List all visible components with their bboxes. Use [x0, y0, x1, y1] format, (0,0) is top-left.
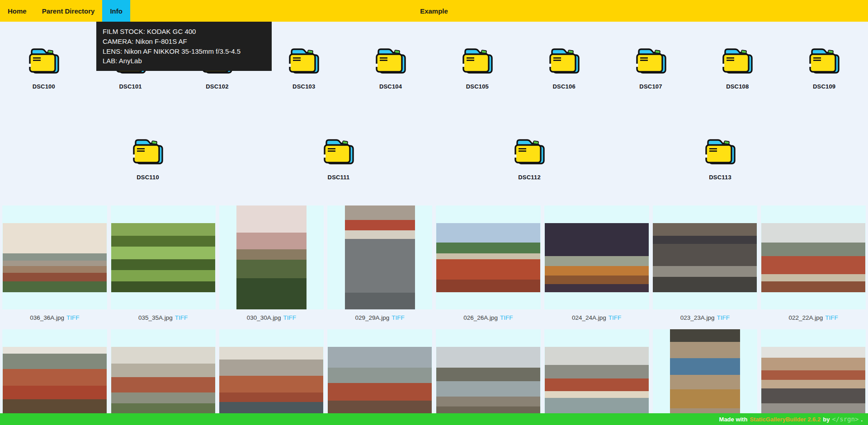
- photo-thumbnail[interactable]: [2, 205, 107, 309]
- photo-image[interactable]: [761, 223, 865, 292]
- folder-item-dsc104[interactable]: DSC104: [348, 22, 434, 112]
- photo-image[interactable]: [236, 205, 307, 309]
- folder-icon: [131, 136, 165, 165]
- folder-icon: [373, 45, 408, 74]
- footer-made-with-text: Made with: [719, 416, 748, 423]
- photo-thumbnail[interactable]: [761, 329, 866, 425]
- nav-item-home[interactable]: Home: [0, 0, 34, 22]
- photo-caption: 030_30A.jpg TIFF: [219, 309, 324, 326]
- folder-label: DSC102: [206, 83, 228, 90]
- folder-label: DSC112: [518, 174, 541, 181]
- photo-tile: [761, 329, 866, 425]
- nav-item-info[interactable]: Info: [102, 0, 130, 22]
- folder-item-dsc106[interactable]: DSC106: [521, 22, 607, 112]
- photo-thumbnail[interactable]: [653, 205, 758, 309]
- photo-image[interactable]: [761, 347, 865, 416]
- footer-builder-link[interactable]: StaticGalleryBuilder 2.6.2: [750, 416, 821, 423]
- photo-image[interactable]: [545, 223, 649, 292]
- photo-image[interactable]: [436, 347, 540, 416]
- photo-tile: [653, 329, 758, 425]
- photo-image[interactable]: [111, 223, 215, 292]
- photo-tile: [111, 329, 216, 425]
- photo-thumbnail[interactable]: [219, 205, 324, 309]
- tiff-link[interactable]: TIFF: [283, 314, 297, 321]
- folder-item-dsc112[interactable]: DSC112: [486, 112, 572, 203]
- photo-thumbnail[interactable]: [436, 205, 541, 309]
- tooltip-line-lens: LENS: Nikon AF NIKKOR 35-135mm f/3.5-4.5: [103, 47, 265, 56]
- nav-menu: Home Parent Directory Info: [0, 0, 130, 22]
- folder-item-dsc107[interactable]: DSC107: [608, 22, 694, 112]
- folder-icon: [321, 136, 356, 165]
- photo-tile: [327, 329, 432, 425]
- photo-image[interactable]: [653, 223, 757, 292]
- photo-caption: 023_23A.jpg TIFF: [653, 309, 758, 326]
- tiff-link[interactable]: TIFF: [66, 314, 80, 321]
- photo-thumbnail[interactable]: [111, 205, 216, 309]
- tooltip-line-film-stock: FILM STOCK: KODAK GC 400: [103, 27, 265, 37]
- folder-item-dsc110[interactable]: DSC110: [105, 112, 191, 203]
- tiff-link[interactable]: TIFF: [717, 314, 730, 321]
- photo-tile: 024_24A.jpg TIFF: [544, 205, 649, 326]
- photo-filename: 022_22A.jpg: [788, 314, 823, 321]
- photo-thumbnail[interactable]: [111, 329, 216, 425]
- page-title: Example: [0, 0, 868, 22]
- photo-caption: 029_29A.jpg TIFF: [327, 309, 432, 326]
- folder-icon: [547, 45, 581, 74]
- tiff-link[interactable]: TIFF: [175, 314, 188, 321]
- info-tooltip: FILM STOCK: KODAK GC 400 CAMERA: Nikon F…: [96, 22, 272, 71]
- photo-image[interactable]: [219, 347, 323, 416]
- footer-by-text: by: [823, 416, 830, 423]
- footer-bar: Made with StaticGalleryBuilder 2.6.2 by …: [0, 413, 868, 425]
- folder-item-dsc108[interactable]: DSC108: [694, 22, 780, 112]
- photo-image[interactable]: [3, 347, 107, 416]
- photo-thumbnail[interactable]: [2, 329, 107, 425]
- photo-thumbnail[interactable]: [436, 329, 541, 425]
- folder-label: DSC109: [813, 83, 835, 90]
- tooltip-line-lab: LAB: AnyLab: [103, 56, 265, 66]
- folder-item-dsc105[interactable]: DSC105: [434, 22, 520, 112]
- top-nav-bar: Home Parent Directory Info Example: [0, 0, 868, 22]
- folder-item-dsc109[interactable]: DSC109: [781, 22, 867, 112]
- footer-signature-link[interactable]: </srgn>: [832, 416, 859, 423]
- folder-label: DSC110: [137, 174, 159, 181]
- photo-image[interactable]: [111, 347, 215, 416]
- photo-filename: 026_26A.jpg: [463, 314, 498, 321]
- tiff-link[interactable]: TIFF: [609, 314, 622, 321]
- photo-image[interactable]: [345, 205, 415, 309]
- folder-item-dsc103[interactable]: DSC103: [261, 22, 347, 112]
- photo-tile: [436, 329, 541, 425]
- folder-icon: [634, 45, 668, 74]
- photo-tile: 035_35A.jpg TIFF: [111, 205, 216, 326]
- folder-item-dsc100[interactable]: DSC100: [1, 22, 87, 112]
- folder-label: DSC108: [726, 83, 749, 90]
- photo-gallery-grid: 036_36A.jpg TIFF 035_35A.jpg TIFF 030_30…: [0, 203, 868, 425]
- photo-thumbnail[interactable]: [219, 329, 324, 425]
- folder-label: DSC106: [553, 83, 576, 90]
- nav-item-parent-directory[interactable]: Parent Directory: [34, 0, 103, 22]
- photo-thumbnail[interactable]: [544, 329, 649, 425]
- photo-thumbnail[interactable]: [544, 205, 649, 309]
- photo-image[interactable]: [545, 347, 649, 416]
- folder-icon: [460, 45, 495, 74]
- photo-thumbnail[interactable]: [327, 329, 432, 425]
- photo-tile: 022_22A.jpg TIFF: [761, 205, 866, 326]
- photo-image[interactable]: [670, 329, 740, 425]
- photo-tile: 029_29A.jpg TIFF: [327, 205, 432, 326]
- photo-image[interactable]: [328, 347, 432, 416]
- photo-thumbnail[interactable]: [761, 205, 866, 309]
- folder-label: DSC111: [328, 174, 350, 181]
- photo-image[interactable]: [436, 223, 540, 292]
- photo-tile: 023_23A.jpg TIFF: [653, 205, 758, 326]
- photo-tile: 030_30A.jpg TIFF: [219, 205, 324, 326]
- folder-label: DSC101: [119, 83, 142, 90]
- photo-tile: [2, 329, 107, 425]
- folder-item-dsc113[interactable]: DSC113: [677, 112, 763, 203]
- photo-image[interactable]: [3, 223, 107, 292]
- gallery-page: { "nav": { "items": [ { "label": "Home" …: [0, 0, 868, 425]
- photo-thumbnail[interactable]: [327, 205, 432, 309]
- folder-item-dsc111[interactable]: DSC111: [296, 112, 382, 203]
- tiff-link[interactable]: TIFF: [825, 314, 838, 321]
- photo-thumbnail[interactable]: [653, 329, 758, 425]
- tiff-link[interactable]: TIFF: [500, 314, 513, 321]
- tiff-link[interactable]: TIFF: [392, 314, 405, 321]
